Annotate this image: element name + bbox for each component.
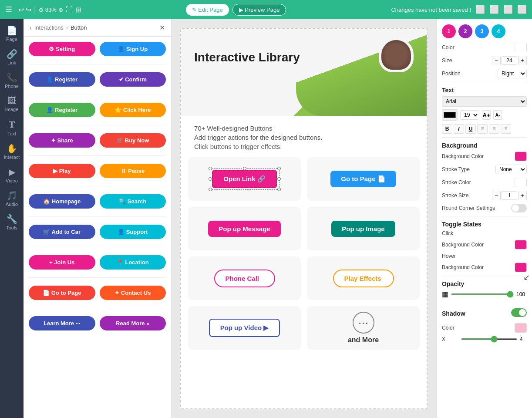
sidebar-item-image[interactable]: 🖼 Image xyxy=(1,93,22,115)
italic-button[interactable]: I xyxy=(454,124,464,134)
divider-props-2 xyxy=(442,137,527,138)
stroke-type-select[interactable]: None Solid Dashed xyxy=(495,165,527,174)
opacity-slider[interactable] xyxy=(451,293,514,295)
signup-button[interactable]: 👤 Sign Up xyxy=(100,42,166,56)
play-effects-canvas-button[interactable]: Play Effects xyxy=(333,270,394,287)
zoom-in-icon[interactable]: ⊕ xyxy=(58,7,63,13)
register-button-1[interactable]: 👤 Register xyxy=(29,72,95,87)
topbar-icon-4[interactable]: ⬜ xyxy=(517,5,527,14)
search-button[interactable]: 🔍 Search xyxy=(100,194,166,209)
click-here-button[interactable]: ⭐ Click Here xyxy=(100,103,166,117)
stroke-size-decrease-button[interactable]: − xyxy=(492,191,501,200)
learn-more-button[interactable]: Learn More ··· xyxy=(29,316,95,330)
pause-button[interactable]: ⏸ Pause xyxy=(100,164,166,178)
sidebar-item-phone[interactable]: 📞 Phone xyxy=(1,70,22,91)
sidebar-item-audio[interactable]: 🎵 Audio xyxy=(1,188,22,209)
size-increase-button[interactable]: + xyxy=(518,56,527,65)
sidebar-item-page[interactable]: 📄 Page xyxy=(1,23,22,44)
contact-us-button[interactable]: ✦ Contact Us xyxy=(100,286,166,300)
font-select[interactable]: Arial Helvetica Times New Roman xyxy=(442,96,527,107)
redo-button[interactable]: ↪ xyxy=(26,6,31,14)
color-row: Color xyxy=(442,43,527,52)
goto-page-canvas-button[interactable]: Go to Page 📄 xyxy=(330,171,396,187)
buy-now-button[interactable]: 🛒 Buy Now xyxy=(100,133,166,148)
open-link-canvas-button[interactable]: Open Link 🔗 xyxy=(212,170,277,188)
edit-page-button[interactable]: ✎ Edit Page xyxy=(186,4,229,16)
text-color-picker[interactable] xyxy=(442,109,458,121)
position-select[interactable]: Right Left Center xyxy=(498,69,527,78)
hover-bg-color-picker[interactable]: ↙ xyxy=(515,263,527,272)
stroke-color-label: Stroke Color xyxy=(442,179,512,185)
register-button-2[interactable]: 👤 Register xyxy=(29,103,95,117)
setting-button[interactable]: ⚙ Setting xyxy=(29,42,95,56)
read-more-button[interactable]: Read More » xyxy=(100,316,166,330)
panel-breadcrumb[interactable]: Interactions xyxy=(34,24,64,31)
play-button[interactable]: ▶ Play xyxy=(29,164,95,178)
align-center-button[interactable]: ≡ xyxy=(489,124,499,134)
expand-icon[interactable]: ⛶ xyxy=(66,6,73,13)
sidebar-label-link: Link xyxy=(7,60,16,65)
canvas-card-popup-message[interactable]: Pop up Message xyxy=(188,207,301,250)
align-left-button[interactable]: ≡ xyxy=(477,124,488,134)
bg-color-picker[interactable] xyxy=(515,152,527,161)
font-size-select[interactable]: 19 16 18 20 24 xyxy=(460,110,479,120)
shadow-x-slider[interactable] xyxy=(461,338,517,340)
add-to-cart-button[interactable]: 🛒 Add to Car xyxy=(29,225,95,239)
canvas-card-popup-image[interactable]: Pop up Image xyxy=(307,207,420,250)
shadow-color-picker[interactable] xyxy=(515,323,527,333)
underline-button[interactable]: U xyxy=(465,124,476,134)
zoom-out-icon[interactable]: ⊖ xyxy=(39,7,44,13)
canvas-card-open-link[interactable]: Open Link 🔗 xyxy=(188,157,301,201)
color-picker[interactable] xyxy=(515,43,527,52)
popup-video-canvas-button[interactable]: Pop up Video ▶ xyxy=(209,319,280,337)
stroke-size-increase-button[interactable]: + xyxy=(518,191,527,200)
popup-image-canvas-button[interactable]: Pop up Image xyxy=(331,221,395,237)
canvas-card-popup-video[interactable]: Pop up Video ▶ xyxy=(188,306,301,350)
canvas-card-goto-page[interactable]: Go to Page 📄 xyxy=(307,157,420,201)
canvas-frame: Interactive Library 70+ Well-designed Bu… xyxy=(180,28,428,409)
back-icon[interactable]: ‹ xyxy=(30,24,32,31)
size-value[interactable] xyxy=(502,56,517,65)
location-button[interactable]: 📍 Location xyxy=(100,255,166,270)
close-icon[interactable]: ✕ xyxy=(159,24,165,32)
sidebar-label-interact: Interact xyxy=(4,155,20,160)
font-size-increase-button[interactable]: A+ xyxy=(482,110,491,120)
canvas-card-phone-call[interactable]: Phone Call xyxy=(188,256,301,300)
phone-call-canvas-button[interactable]: Phone Call xyxy=(214,270,275,287)
sidebar-item-tools[interactable]: 🔧 Tools xyxy=(1,211,22,233)
bold-button[interactable]: B xyxy=(442,124,452,134)
confirm-button[interactable]: ✔ Confirm xyxy=(100,72,166,87)
stroke-size-value[interactable] xyxy=(502,191,517,200)
support-button[interactable]: 👤 Support xyxy=(100,225,166,239)
canvas-header-image: Interactive Library xyxy=(181,29,427,116)
share-button[interactable]: ✦ Share xyxy=(29,133,95,148)
topbar-icon-2[interactable]: ⬜ xyxy=(489,5,499,14)
popup-message-canvas-button[interactable]: Pop up Message xyxy=(208,221,280,237)
stroke-size-input: − + xyxy=(492,191,527,200)
sidebar-item-text[interactable]: T Text xyxy=(1,116,22,139)
click-bg-color-picker[interactable] xyxy=(515,240,527,249)
homepage-button[interactable]: 🏠 Homepage xyxy=(29,194,95,209)
sidebar-item-video[interactable]: ▶ Video xyxy=(1,164,22,186)
join-us-button[interactable]: + Join Us xyxy=(29,255,95,270)
canvas-area[interactable]: Interactive Library 70+ Well-designed Bu… xyxy=(172,19,436,418)
font-size-decrease-button[interactable]: A- xyxy=(493,110,502,120)
hover-bg-color-row: Background Color ↙ xyxy=(442,263,527,272)
preview-page-button[interactable]: ▶ Preview Page xyxy=(232,4,286,16)
grid-icon[interactable]: ⊞ xyxy=(75,6,81,14)
canvas-card-play-effects[interactable]: Play Effects xyxy=(307,256,420,300)
shadow-toggle[interactable] xyxy=(511,308,527,317)
size-decrease-button[interactable]: − xyxy=(492,56,501,65)
goto-page-button[interactable]: 📄 Go to Page xyxy=(29,286,95,300)
sidebar-item-interact[interactable]: ✋ Interact xyxy=(1,141,22,162)
round-corner-toggle[interactable] xyxy=(511,204,527,212)
avatar-1: 1 xyxy=(442,24,456,38)
menu-icon[interactable]: ☰ xyxy=(5,5,12,14)
align-right-button[interactable]: ≡ xyxy=(501,124,511,134)
topbar-icon-1[interactable]: ⬜ xyxy=(475,5,485,14)
stroke-color-picker[interactable] xyxy=(515,178,527,187)
undo-button[interactable]: ↩ xyxy=(18,6,24,14)
sidebar-item-link[interactable]: 🔗 Link xyxy=(1,46,22,68)
round-corner-toggle-knob xyxy=(512,205,519,212)
topbar-icon-3[interactable]: ⬜ xyxy=(503,5,513,14)
